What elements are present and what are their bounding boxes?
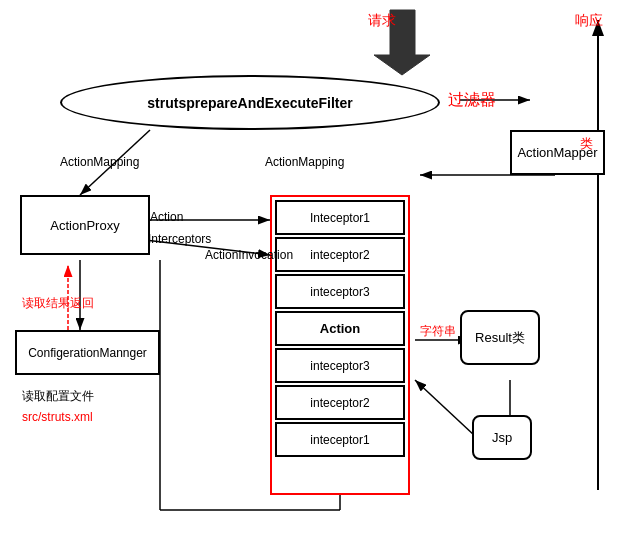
src-struts-label: src/struts.xml xyxy=(22,410,93,424)
result-label: Result类 xyxy=(475,329,525,347)
action-box: Action xyxy=(275,311,405,346)
interceptor-box-2b: inteceptor2 xyxy=(275,385,405,420)
interceptor-label-2b: inteceptor2 xyxy=(310,396,369,410)
interceptor-box-1b: inteceptor1 xyxy=(275,422,405,457)
config-manager-label: ConfigerationMannger xyxy=(28,346,147,360)
filter-label: strutsprepareAndExecuteFilter xyxy=(147,95,352,111)
interceptor-label-3b: inteceptor3 xyxy=(310,359,369,373)
interceptors-label: Interceptors xyxy=(148,232,211,246)
request-label: 请求 xyxy=(368,12,396,30)
interceptor-box-1: Inteceptor1 xyxy=(275,200,405,235)
interceptor-box-2: inteceptor2 xyxy=(275,237,405,272)
jsp-box: Jsp xyxy=(472,415,532,460)
action-proxy-box: ActionProxy xyxy=(20,195,150,255)
interceptor-box-3b: inteceptor3 xyxy=(275,348,405,383)
response-label: 响应 xyxy=(575,12,603,30)
read-result-label: 读取结果返回 xyxy=(22,295,94,312)
action-proxy-label: ActionProxy xyxy=(50,218,119,233)
interceptor-label-1: Inteceptor1 xyxy=(310,211,370,225)
action-mapper-tag: 类 xyxy=(580,135,593,153)
result-box: Result类 xyxy=(460,310,540,365)
string-label: 字符串 xyxy=(420,323,456,340)
filter-tag: 过滤器 xyxy=(448,90,496,111)
interceptor-box-3: inteceptor3 xyxy=(275,274,405,309)
action-label-text: Action xyxy=(150,210,183,224)
action-mapping-1-label: ActionMapping xyxy=(60,155,139,169)
filter-ellipse: strutsprepareAndExecuteFilter xyxy=(60,75,440,130)
action-invocation-label: ActionInvocation xyxy=(205,248,293,262)
interceptor-label-1b: inteceptor1 xyxy=(310,433,369,447)
config-manager-box: ConfigerationMannger xyxy=(15,330,160,375)
interceptor-label-3: inteceptor3 xyxy=(310,285,369,299)
read-config-label: 读取配置文件 xyxy=(22,388,94,405)
diagram: strutsprepareAndExecuteFilter 过滤器 Action… xyxy=(0,0,618,544)
action-label: Action xyxy=(320,321,360,336)
action-mapping-2-label: ActionMapping xyxy=(265,155,344,169)
jsp-label: Jsp xyxy=(492,430,512,445)
interceptor-label-2: inteceptor2 xyxy=(310,248,369,262)
